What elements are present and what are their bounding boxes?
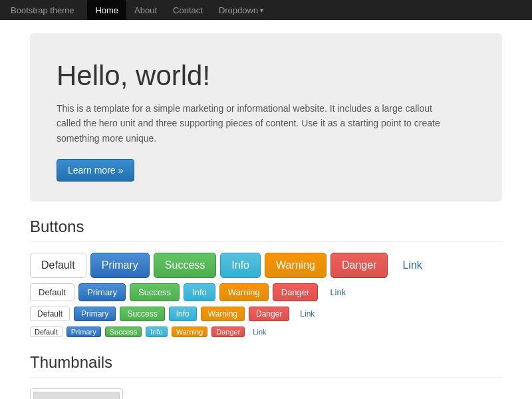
btn-link-sm[interactable]: Link — [293, 307, 321, 321]
button-row-xs: Default Primary Success Info Warning Dan… — [30, 327, 502, 337]
hero-body: This is a template for a simple marketin… — [57, 101, 456, 146]
btn-danger-md[interactable]: Danger — [273, 283, 319, 301]
button-row-lg: Default Primary Success Info Warning Dan… — [30, 253, 502, 278]
btn-info-md[interactable]: Info — [184, 283, 215, 301]
btn-default-xs[interactable]: Default — [30, 327, 63, 337]
thumbnail-placeholder: 200x200 — [33, 392, 120, 399]
nav-link-home[interactable]: Home — [87, 0, 126, 20]
nav-link-contact[interactable]: Contact — [165, 0, 211, 20]
btn-link-md[interactable]: Link — [322, 284, 354, 301]
thumbnails-section: Thumbnails 200x200 — [30, 353, 502, 399]
navbar-brand[interactable]: Bootstrap theme — [11, 5, 74, 15]
btn-danger-lg[interactable]: Danger — [331, 253, 388, 278]
btn-info-lg[interactable]: Info — [220, 253, 261, 278]
nav-item-about: About — [126, 0, 165, 20]
buttons-section-title: Buttons — [30, 217, 502, 242]
button-row-md: Default Primary Success Info Warning Dan… — [30, 283, 502, 301]
btn-danger-xs[interactable]: Danger — [211, 327, 245, 337]
hero-heading: Hello, world! — [57, 60, 475, 92]
nav-link-about[interactable]: About — [126, 0, 165, 20]
btn-default-lg[interactable]: Default — [30, 253, 86, 278]
button-row-sm: Default Primary Success Info Warning Dan… — [30, 307, 502, 321]
nav-item-contact: Contact — [165, 0, 211, 20]
main-container: Hello, world! This is a template for a s… — [20, 20, 512, 399]
btn-warning-xs[interactable]: Warning — [172, 327, 208, 337]
btn-success-md[interactable]: Success — [130, 283, 180, 301]
dropdown-arrow-icon: ▾ — [260, 7, 263, 14]
btn-primary-sm[interactable]: Primary — [74, 307, 116, 321]
btn-success-xs[interactable]: Success — [105, 327, 142, 337]
btn-primary-xs[interactable]: Primary — [66, 327, 101, 337]
hero-unit: Hello, world! This is a template for a s… — [30, 33, 502, 201]
nav-item-home: Home — [87, 0, 126, 20]
learn-more-button[interactable]: Learn more » — [57, 159, 134, 182]
navbar-nav: Home About Contact Dropdown ▾ — [87, 0, 271, 20]
btn-info-xs[interactable]: Info — [146, 327, 167, 337]
nav-item-dropdown: Dropdown ▾ — [211, 0, 271, 20]
btn-primary-md[interactable]: Primary — [78, 283, 126, 301]
btn-warning-lg[interactable]: Warning — [265, 253, 327, 278]
btn-primary-lg[interactable]: Primary — [90, 253, 150, 278]
buttons-section: Buttons Default Primary Success Info War… — [30, 217, 502, 337]
navbar: Bootstrap theme Home About Contact Dropd… — [0, 0, 532, 20]
btn-warning-md[interactable]: Warning — [219, 283, 269, 301]
thumbnails-section-title: Thumbnails — [30, 353, 502, 378]
nav-link-dropdown[interactable]: Dropdown ▾ — [211, 0, 271, 20]
btn-link-xs[interactable]: Link — [249, 327, 270, 336]
thumbnail-item[interactable]: 200x200 — [30, 388, 123, 399]
btn-warning-sm[interactable]: Warning — [201, 307, 245, 321]
btn-link-lg[interactable]: Link — [392, 253, 432, 277]
btn-danger-sm[interactable]: Danger — [249, 307, 289, 321]
btn-default-md[interactable]: Default — [30, 283, 74, 301]
btn-success-lg[interactable]: Success — [154, 253, 216, 278]
btn-success-sm[interactable]: Success — [120, 307, 164, 321]
btn-default-sm[interactable]: Default — [30, 307, 70, 321]
btn-info-sm[interactable]: Info — [169, 307, 197, 321]
